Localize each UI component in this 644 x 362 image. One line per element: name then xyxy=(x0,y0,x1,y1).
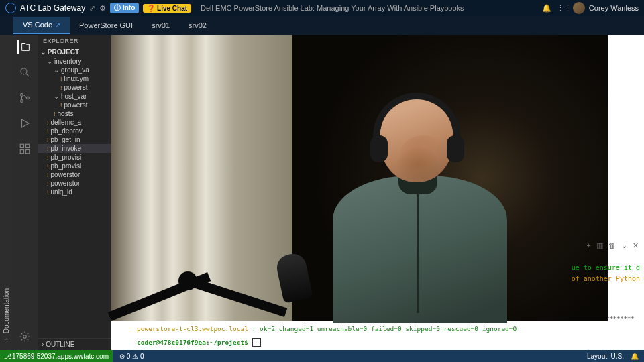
bell-status-icon[interactable]: 🔔 xyxy=(631,353,639,360)
problems-status[interactable]: ⊘ 0 ⚠ 0 xyxy=(119,353,144,360)
code-peek: ue to ensure it d of another Python xyxy=(572,263,640,284)
source-control-icon[interactable] xyxy=(18,91,32,105)
lab-subtitle: Dell EMC PowerStore Ansible Lab: Managin… xyxy=(201,4,464,12)
trash-icon[interactable]: 🗑 xyxy=(608,241,616,250)
tab-vscode[interactable]: VS Code↗ xyxy=(13,17,70,34)
svg-point-8 xyxy=(23,335,27,339)
project-section[interactable]: ⌄ PROJECT xyxy=(38,47,111,57)
explorer-icon[interactable] xyxy=(17,40,31,54)
tree-folder[interactable]: ⌄group_va xyxy=(38,66,111,74)
documentation-bar[interactable]: ⌃ Documentation xyxy=(0,35,12,350)
tree-file[interactable]: !pb_invoke xyxy=(38,144,111,153)
explorer-sidebar: EXPLORER ⌄ PROJECT ⌄inventory⌄group_va!l… xyxy=(38,35,111,350)
live-chat-badge[interactable]: ❓ Live Chat xyxy=(143,4,191,13)
run-debug-icon[interactable] xyxy=(18,117,32,130)
svg-point-1 xyxy=(21,94,23,97)
logo-icon xyxy=(5,3,16,13)
tab-srv01[interactable]: srv01 xyxy=(142,17,179,34)
tree-file[interactable]: !pb_get_in xyxy=(38,135,111,144)
svg-rect-5 xyxy=(26,144,30,147)
remote-host-status[interactable]: ⎇ 175869-52037.apps.wwtatc.com xyxy=(0,350,113,362)
webcam-overlay xyxy=(111,35,608,321)
status-bar: ⎇ 175869-52037.apps.wwtatc.com ⊘ 0 ⚠ 0 L… xyxy=(0,350,644,362)
bell-icon[interactable]: 🔔 xyxy=(541,4,553,13)
tree-folder[interactable]: ⌄host_var xyxy=(38,92,111,101)
chevron-down-icon[interactable]: ⌄ xyxy=(621,241,627,250)
svg-rect-4 xyxy=(20,144,23,147)
keyboard-layout[interactable]: Layout: U.S. xyxy=(587,353,624,360)
outline-section[interactable]: › OUTLINE xyxy=(38,338,111,350)
tree-file[interactable]: !powerst xyxy=(38,101,111,109)
tree-file[interactable]: !linux.ym xyxy=(38,74,111,83)
activity-bar xyxy=(12,35,38,350)
plus-icon[interactable]: + xyxy=(587,241,591,250)
main-area: ⌃ Documentation EXPLORER ⌄ PROJECT ⌄inve… xyxy=(0,35,644,350)
svg-point-2 xyxy=(21,100,23,103)
tree-file[interactable]: !dellemc_a xyxy=(38,118,111,127)
svg-rect-7 xyxy=(26,150,30,154)
top-bar: ATC Lab Gateway ⤢ ⚙ ⓘ Info ❓ Live Chat D… xyxy=(0,0,644,16)
expand-icon[interactable]: ⤢ xyxy=(89,4,95,13)
avatar[interactable] xyxy=(573,2,585,14)
settings-gear-icon[interactable] xyxy=(18,330,32,343)
info-badge[interactable]: ⓘ Info xyxy=(110,3,139,13)
tree-file[interactable]: !pb_provisi xyxy=(38,153,111,162)
tree-folder[interactable]: ⌄inventory xyxy=(38,57,111,66)
tree-file[interactable]: !powerst xyxy=(38,83,111,92)
editor-toolbar: + ▥ 🗑 ⌄ ✕ xyxy=(587,241,639,250)
tree-file[interactable]: !pb_provisi xyxy=(38,162,111,170)
explorer-header: EXPLORER xyxy=(38,35,111,47)
split-icon[interactable]: ▥ xyxy=(596,241,603,250)
apps-grid-icon[interactable]: ⋮⋮⋮ xyxy=(557,4,569,13)
username-label[interactable]: Corey Wanless xyxy=(589,4,639,12)
tree-file[interactable]: !hosts xyxy=(38,109,111,118)
search-icon[interactable] xyxy=(18,66,32,79)
chevron-up-icon: ⌃ xyxy=(3,337,9,345)
svg-rect-6 xyxy=(20,150,23,154)
tree-file[interactable]: !uniq_id xyxy=(38,188,111,196)
close-icon[interactable]: ✕ xyxy=(633,241,639,250)
svg-point-0 xyxy=(21,68,27,74)
app-title: ATC Lab Gateway xyxy=(20,3,85,13)
tab-bar: VS Code↗ PowerStore GUI srv01 srv02 xyxy=(0,16,644,35)
svg-point-3 xyxy=(27,97,30,99)
tree-file[interactable]: !pb_deprov xyxy=(38,127,111,135)
tree-file[interactable]: !powerstor xyxy=(38,170,111,179)
extensions-icon[interactable] xyxy=(18,142,32,156)
gear-icon[interactable]: ⚙ xyxy=(99,4,106,13)
editor-area: + ▥ 🗑 ⌄ ✕ ue to ensure it d of another P… xyxy=(111,35,644,350)
tab-srv02[interactable]: srv02 xyxy=(179,17,216,34)
tree-file[interactable]: !powerstor xyxy=(38,179,111,188)
tab-powerstore-gui[interactable]: PowerStore GUI xyxy=(70,17,142,34)
file-tree: ⌄inventory⌄group_va!linux.ym!powerst⌄hos… xyxy=(38,57,111,196)
documentation-label: Documentation xyxy=(3,288,10,337)
